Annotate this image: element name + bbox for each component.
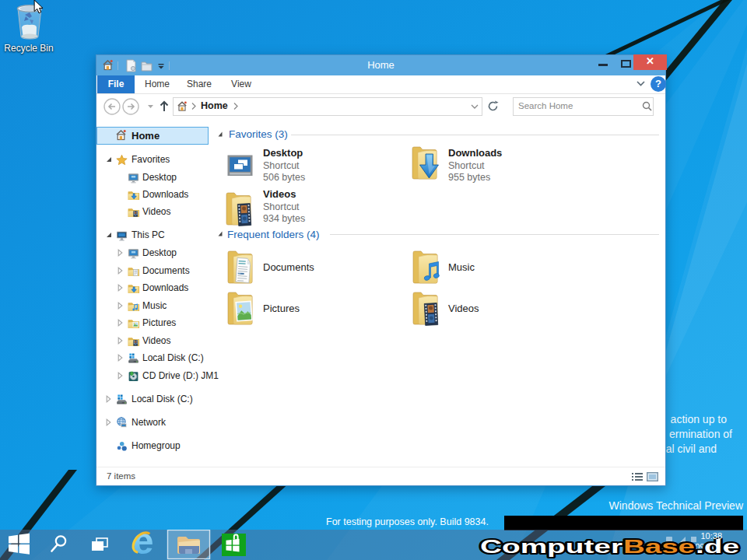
svg-text:Computer: Computer bbox=[480, 536, 623, 557]
svg-text:Base: Base bbox=[623, 536, 695, 557]
